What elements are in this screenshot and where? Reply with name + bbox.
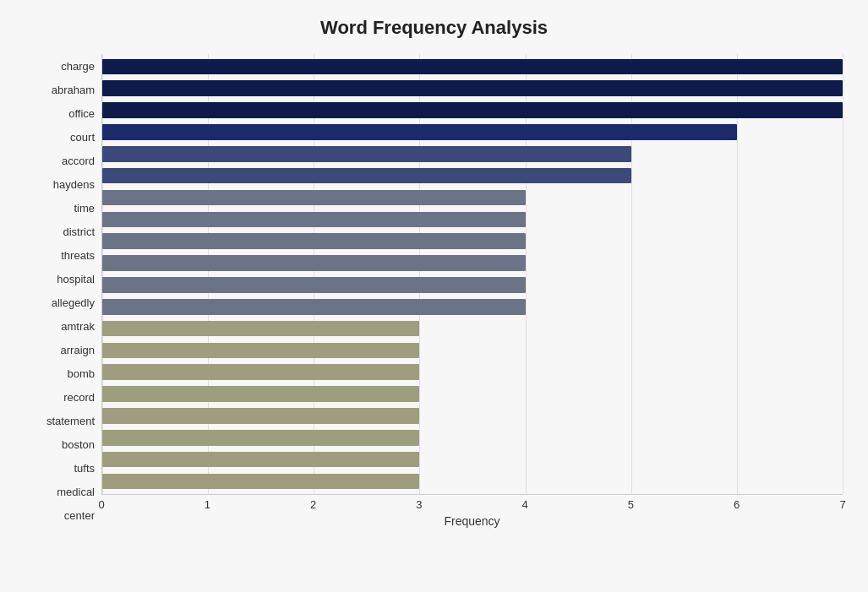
x-tick-3: 3	[416, 498, 422, 511]
y-label-accord: accord	[62, 155, 95, 166]
x-axis-label: Frequency	[444, 514, 500, 528]
y-labels: chargeabrahamofficecourtaccordhaydenstim…	[25, 54, 101, 528]
bar-amtrak	[102, 299, 526, 315]
bars-and-x: Frequency 01234567	[101, 54, 843, 528]
bar-row-center	[102, 470, 843, 492]
y-label-medical: medical	[57, 486, 95, 497]
bar-record	[102, 364, 419, 380]
y-label-amtrak: amtrak	[61, 321, 95, 332]
bar-district	[102, 212, 526, 228]
bar-arraign	[102, 321, 419, 337]
bar-row-tufts	[102, 426, 843, 448]
bar-haydens	[102, 168, 631, 184]
y-label-charge: charge	[61, 61, 95, 72]
bar-row-accord	[102, 143, 843, 165]
x-axis: Frequency 01234567	[101, 494, 843, 528]
bar-office	[102, 102, 843, 118]
y-label-record: record	[63, 392, 95, 403]
bars-inner	[102, 54, 843, 494]
bar-row-hospital	[102, 253, 843, 274]
y-label-allegedly: allegedly	[52, 297, 95, 308]
bar-row-amtrak	[102, 296, 843, 318]
bar-statement	[102, 386, 419, 402]
y-label-boston: boston	[62, 439, 95, 450]
bar-row-record	[102, 361, 843, 383]
bar-boston	[102, 408, 419, 424]
bar-bomb	[102, 343, 419, 359]
bar-row-office	[102, 100, 843, 122]
x-tick-7: 7	[839, 498, 845, 511]
y-label-arraign: arraign	[61, 345, 95, 356]
x-tick-0: 0	[98, 498, 104, 511]
x-tick-1: 1	[205, 498, 210, 511]
bar-row-haydens	[102, 165, 843, 187]
bar-allegedly	[102, 277, 526, 293]
y-label-haydens: haydens	[53, 179, 95, 190]
bar-row-threats	[102, 231, 843, 253]
bar-row-district	[102, 209, 843, 231]
bar-row-statement	[102, 383, 843, 405]
y-label-threats: threats	[61, 250, 95, 261]
bar-row-arraign	[102, 318, 843, 339]
y-label-statement: statement	[46, 415, 95, 426]
x-tick-4: 4	[522, 498, 528, 511]
y-label-center: center	[64, 510, 95, 521]
x-tick-2: 2	[310, 498, 316, 511]
bar-accord	[102, 146, 631, 162]
y-label-district: district	[63, 226, 95, 237]
bar-abraham	[102, 80, 843, 96]
grid-line-7	[843, 54, 843, 494]
chart-title: Word Frequency Analysis	[25, 17, 843, 39]
bar-hospital	[102, 255, 526, 271]
bar-time	[102, 190, 526, 206]
bar-row-boston	[102, 405, 843, 427]
bar-row-allegedly	[102, 274, 843, 296]
y-label-time: time	[74, 203, 95, 214]
y-label-bomb: bomb	[67, 368, 95, 379]
x-tick-5: 5	[628, 498, 634, 511]
bar-court	[102, 124, 737, 140]
x-tick-6: 6	[734, 498, 740, 511]
y-label-court: court	[70, 132, 95, 143]
y-label-office: office	[68, 108, 95, 119]
bar-charge	[102, 59, 843, 75]
bar-row-charge	[102, 56, 843, 78]
bar-row-time	[102, 187, 843, 209]
bar-medical	[102, 452, 419, 468]
y-label-abraham: abraham	[52, 84, 95, 95]
bar-threats	[102, 233, 526, 249]
bar-row-abraham	[102, 78, 843, 100]
bars-area	[101, 54, 843, 494]
bar-row-bomb	[102, 339, 843, 361]
bar-row-court	[102, 122, 843, 144]
bar-center	[102, 474, 419, 490]
chart-area: chargeabrahamofficecourtaccordhaydenstim…	[25, 54, 843, 528]
chart-container: Word Frequency Analysis chargeabrahamoff…	[0, 0, 868, 592]
y-label-hospital: hospital	[57, 274, 95, 285]
bar-row-medical	[102, 448, 843, 470]
bar-tufts	[102, 430, 419, 446]
y-label-tufts: tufts	[74, 463, 95, 474]
